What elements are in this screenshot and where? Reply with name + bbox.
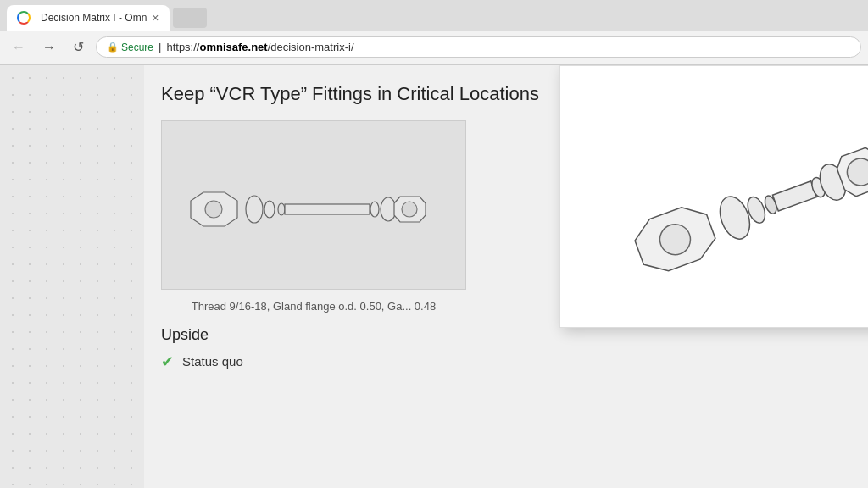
card-vcr-image-box — [161, 120, 466, 290]
svg-point-6 — [370, 202, 379, 217]
svg-point-2 — [246, 196, 263, 223]
page-content: Keep “VCR Type” Fittings in Critical Loc… — [0, 65, 868, 488]
vcr-fitting-svg — [178, 137, 449, 273]
tab-favicon — [17, 11, 31, 25]
new-tab-placeholder[interactable] — [173, 8, 207, 28]
forward-button[interactable]: → — [37, 36, 61, 58]
svg-point-3 — [264, 201, 275, 218]
back-button[interactable]: ← — [7, 36, 31, 58]
active-tab[interactable]: Decision Matrix I - Omn × — [7, 5, 170, 30]
card-vcr-caption: Thread 9/16-18, Gland flange o.d. 0.50, … — [161, 300, 466, 313]
status-quo-label: Status quo — [182, 354, 243, 369]
sidebar-dots — [0, 65, 144, 488]
svg-rect-15 — [772, 181, 816, 211]
svg-point-7 — [381, 197, 396, 221]
popup-overlay: × — [559, 65, 868, 328]
tab-close-button[interactable]: × — [152, 11, 159, 25]
svg-point-9 — [402, 202, 417, 217]
svg-rect-5 — [285, 204, 370, 214]
svg-point-1 — [205, 201, 222, 218]
card-vcr-upside-title: Upside — [161, 326, 665, 344]
popup-fitting-svg — [582, 78, 868, 315]
upside-status-quo: ✔ Status quo — [161, 352, 665, 371]
address-bar[interactable]: Secure | https://omnisafe.net/decision-m… — [96, 36, 861, 58]
url-divider: | — [159, 41, 161, 53]
tab-bar: Decision Matrix I - Omn × — [0, 0, 868, 30]
browser-chrome: Decision Matrix I - Omn × ← → ↺ Secure |… — [0, 0, 868, 65]
svg-point-4 — [278, 203, 285, 215]
tab-title: Decision Matrix I - Omn — [41, 12, 147, 24]
popup-content — [560, 66, 868, 327]
url-text: https://omnisafe.net/decision-matrix-i/ — [166, 41, 353, 53]
main-area: Keep “VCR Type” Fittings in Critical Loc… — [144, 65, 868, 488]
nav-bar: ← → ↺ Secure | https://omnisafe.net/deci… — [0, 30, 868, 64]
check-icon: ✔ — [161, 352, 174, 371]
refresh-button[interactable]: ↺ — [68, 36, 89, 58]
secure-badge: Secure — [107, 42, 153, 53]
